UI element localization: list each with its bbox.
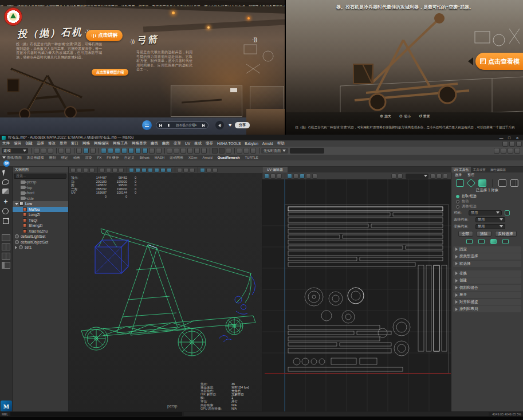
highlight-selection-icon[interactable] <box>156 148 162 154</box>
save-scene-icon[interactable] <box>48 148 53 154</box>
share-button[interactable]: 分享 <box>235 122 250 128</box>
snap-projected-center-icon[interactable] <box>187 148 193 154</box>
mask-rendering-icon[interactable] <box>142 148 148 154</box>
heart-icon[interactable]: ♥ <box>229 122 231 128</box>
shelf-tab-animation[interactable]: 动画 <box>73 155 80 160</box>
exposure-icon[interactable] <box>443 174 448 179</box>
distortion-display-icon[interactable] <box>437 174 442 179</box>
single-pane-layout-icon[interactable] <box>2 234 10 241</box>
rotate-tool-icon[interactable] <box>2 208 9 214</box>
select-component-icon[interactable] <box>90 148 96 154</box>
select-all-button[interactable]: 全部 <box>458 231 473 237</box>
shelf-tab-rigging[interactable]: 绑定 <box>61 155 68 160</box>
mask-handles-icon[interactable] <box>101 148 107 154</box>
select-object-icon[interactable] <box>83 148 89 154</box>
chevron-left-icon[interactable] <box>468 57 473 65</box>
invert-selection-button[interactable]: 反转选择 <box>495 231 517 237</box>
outliner-item-longzi[interactable]: LongZi <box>13 212 68 218</box>
menu-edit[interactable]: 编辑 <box>14 141 21 146</box>
style-tweak-marquee[interactable]: 调整/框选 <box>451 204 523 209</box>
shelf-tab-arnold[interactable]: Arnold <box>202 156 212 159</box>
render-icon[interactable] <box>237 148 242 154</box>
grow-selection-icon[interactable] <box>490 239 497 244</box>
snap-grid-icon[interactable] <box>167 148 172 154</box>
output-connections-icon[interactable] <box>219 148 225 154</box>
select-tool-icon[interactable] <box>2 170 6 176</box>
section-pinning[interactable]: 固定 <box>453 246 521 253</box>
command-input-field[interactable] <box>10 412 182 416</box>
grid-toggle-icon[interactable] <box>510 179 518 187</box>
show-modeling-toolkit-icon[interactable] <box>494 148 500 154</box>
menu-cache[interactable]: 缓存 <box>206 141 213 146</box>
outliner-item-tieqi[interactable]: TieQi <box>13 218 68 223</box>
menu-surfaces[interactable]: 曲面 <box>162 141 170 146</box>
shelf-tab-turtle[interactable]: TURTLE <box>245 156 258 159</box>
show-attribute-editor-icon[interactable] <box>501 148 506 154</box>
menu-set-dropdown[interactable]: 建模 <box>2 148 28 154</box>
select-hierarchy-icon[interactable] <box>76 148 82 154</box>
listen-button[interactable]: 点击讲解 <box>86 30 123 41</box>
panel-toggle-icon[interactable] <box>516 141 522 147</box>
show-tool-settings-icon[interactable] <box>508 148 513 154</box>
speaker-icon[interactable]: ·)) <box>129 38 135 45</box>
outliner-item-low[interactable]: Low <box>13 201 68 207</box>
menu-mesh-display[interactable]: 网格显示 <box>132 141 147 146</box>
uv-snapshot-icon[interactable] <box>312 174 317 179</box>
close-icon[interactable]: × <box>513 135 521 140</box>
section-transform[interactable]: 变换 <box>453 270 521 277</box>
uv-editor-panel[interactable]: UV 编辑器 <box>262 167 451 411</box>
shelf-menu-icon[interactable] <box>2 156 6 159</box>
uv-layout-icon[interactable] <box>306 174 311 179</box>
lasso-tool-icon[interactable] <box>2 179 9 185</box>
shelf-tab-bifrost[interactable]: Bifrost <box>140 156 150 159</box>
menu-edit-mesh[interactable]: 网格编辑 <box>94 141 109 146</box>
shelf-tab-sculpt[interactable]: 雕刻 <box>49 155 56 160</box>
checker-display-icon[interactable] <box>398 174 403 179</box>
mask-surfaces-icon[interactable] <box>121 148 127 154</box>
menu-babylon[interactable]: Babylon <box>245 142 258 146</box>
outliner-item-defaultobjectset[interactable]: defaultObjectSet <box>13 240 68 245</box>
menu-curves[interactable]: 曲线 <box>151 141 158 146</box>
two-pane-layout-icon[interactable] <box>2 244 10 250</box>
section-align-and-snap[interactable]: 对齐和捕捉 <box>453 299 521 305</box>
new-scene-icon[interactable] <box>34 148 40 154</box>
shelf-tab-xgen[interactable]: XGen <box>188 156 197 159</box>
texture-display-icon[interactable] <box>391 174 396 179</box>
shelf-tab-motiongraphics[interactable]: 运动图形 <box>170 155 183 160</box>
outliner-item-mutou[interactable]: MuTou <box>13 207 68 213</box>
style-drag[interactable]: 拖动 <box>451 199 523 204</box>
view-model-button[interactable]: 点击查看模 <box>475 53 523 70</box>
outliner-item-side[interactable]: side <box>13 196 68 202</box>
sidebar-toggle-icon[interactable] <box>509 141 515 147</box>
tab-uv-toolkit[interactable]: UV 工具包 <box>451 167 471 172</box>
outliner-item-defaultlightset[interactable]: defaultLightSet <box>13 234 68 240</box>
shelf-tab-polymodeling[interactable]: 多边形建模 <box>27 155 44 160</box>
menu-modify[interactable]: 修改 <box>48 141 56 146</box>
tab-tool-settings[interactable]: 工具设置 <box>471 167 488 172</box>
command-language-toggle[interactable]: MEL <box>2 413 8 416</box>
menu-generate[interactable]: 生成 <box>194 141 202 146</box>
outliner-item-shengzi[interactable]: ShengZi <box>13 223 68 229</box>
outliner-header[interactable]: 大纲视图 <box>13 167 68 172</box>
menu-arnold[interactable]: Arnold <box>262 142 273 146</box>
menu-windows[interactable]: 窗口 <box>71 141 78 146</box>
make-live-icon[interactable] <box>201 148 207 154</box>
uv-square-icon[interactable] <box>456 179 464 187</box>
paint-select-tool-icon[interactable] <box>2 189 9 194</box>
frame-selected-icon[interactable] <box>498 179 506 187</box>
input-connections-icon[interactable] <box>212 148 218 154</box>
uv-rotate-ccw-icon[interactable] <box>277 174 282 179</box>
shelf-tab-curves[interactable]: 曲线/曲面 <box>7 155 22 160</box>
symmetry-icon[interactable] <box>505 210 510 215</box>
shelf-tab-custom[interactable]: 自定义 <box>124 155 135 160</box>
pause-icon[interactable] <box>168 124 171 127</box>
select-constraint-dropdown[interactable]: 禁用 <box>475 217 505 222</box>
transform-constraint-dropdown[interactable]: 禁用 <box>475 224 505 229</box>
snap-curve-icon[interactable] <box>174 148 179 154</box>
render-settings-icon[interactable] <box>250 148 256 154</box>
minimize-icon[interactable]: — <box>497 136 505 140</box>
zoom-in-control[interactable]: ⊕放大 <box>380 114 391 119</box>
perspective-viewport[interactable]: 顶点:144487984820 边:2901801990000 面:145822… <box>69 167 262 411</box>
guide-avatar-button[interactable] <box>142 120 152 130</box>
uv-sew-icon[interactable] <box>293 174 298 179</box>
